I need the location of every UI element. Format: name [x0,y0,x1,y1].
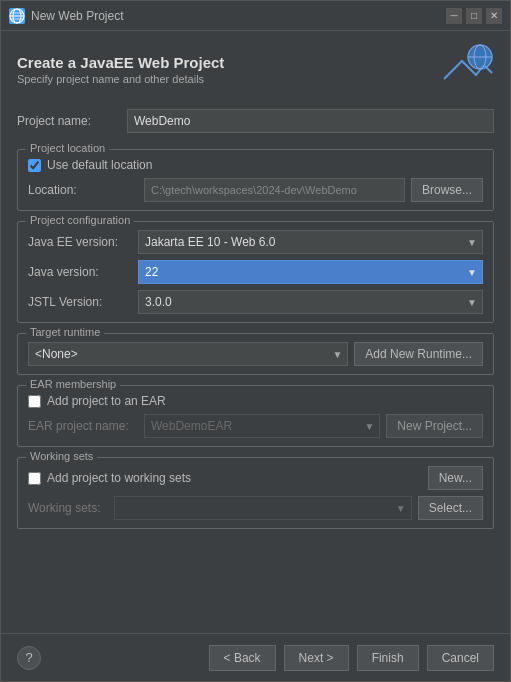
dialog-header: Create a JavaEE Web Project Specify proj… [17,43,494,95]
window-title: New Web Project [31,9,446,23]
cancel-button[interactable]: Cancel [427,645,494,671]
ear-name-select-wrapper: WebDemoEAR ▼ [144,414,380,438]
next-button[interactable]: Next > [284,645,349,671]
main-window: New Web Project ─ □ ✕ Create a JavaEE We… [0,0,511,682]
runtime-row: <None> ▼ Add New Runtime... [28,342,483,366]
use-default-location-row: Use default location [28,158,483,172]
maximize-button[interactable]: □ [466,8,482,24]
jstl-version-row: JSTL Version: 3.0.0 2.0.0 1.2 ▼ [28,290,483,314]
ear-name-select[interactable]: WebDemoEAR [144,414,380,438]
help-button[interactable]: ? [17,646,41,670]
project-configuration-group: Project configuration Java EE version: J… [17,221,494,323]
jstl-select[interactable]: 3.0.0 2.0.0 1.2 [138,290,483,314]
project-location-group: Project location Use default location Lo… [17,149,494,211]
add-to-ear-checkbox[interactable] [28,395,41,408]
project-configuration-label: Project configuration [26,214,134,226]
project-name-input[interactable] [127,109,494,133]
new-project-button[interactable]: New Project... [386,414,483,438]
dialog-main-title: Create a JavaEE Web Project [17,54,224,71]
finish-button[interactable]: Finish [357,645,419,671]
location-label: Location: [28,183,138,197]
use-default-checkbox[interactable] [28,159,41,172]
add-to-ws-label[interactable]: Add project to working sets [47,471,191,485]
dialog-sub-title: Specify project name and other details [17,73,224,85]
jstl-label: JSTL Version: [28,295,138,309]
ws-select-wrapper: ▼ [114,496,412,520]
ear-membership-label: EAR membership [26,378,120,390]
working-sets-group: Working sets Add project to working sets… [17,457,494,529]
project-name-row: Project name: [17,109,494,133]
back-button[interactable]: < Back [209,645,276,671]
location-row: Location: Browse... [28,178,483,202]
window-controls: ─ □ ✕ [446,8,502,24]
ear-name-label: EAR project name: [28,419,138,433]
select-working-sets-button[interactable]: Select... [418,496,483,520]
java-ee-version-row: Java EE version: Jakarta EE 10 - Web 6.0… [28,230,483,254]
add-to-working-sets-checkbox[interactable] [28,472,41,485]
ws-label: Working sets: [28,501,108,515]
minimize-button[interactable]: ─ [446,8,462,24]
browse-button[interactable]: Browse... [411,178,483,202]
working-sets-select-row: Working sets: ▼ Select... [28,496,483,520]
close-button[interactable]: ✕ [486,8,502,24]
add-to-ear-label[interactable]: Add project to an EAR [47,394,166,408]
location-input[interactable] [144,178,405,202]
java-ee-select[interactable]: Jakarta EE 10 - Web 6.0 Jakarta EE 9 - W… [138,230,483,254]
java-version-label: Java version: [28,265,138,279]
runtime-select-wrapper: <None> ▼ [28,342,348,366]
project-name-label: Project name: [17,114,127,128]
add-to-ear-row: Add project to an EAR [28,394,483,408]
project-icon [442,43,494,95]
dialog-content: Create a JavaEE Web Project Specify proj… [1,31,510,633]
jstl-select-wrapper: 3.0.0 2.0.0 1.2 ▼ [138,290,483,314]
new-working-set-button[interactable]: New... [428,466,483,490]
java-version-row: Java version: 22 21 17 ▼ [28,260,483,284]
add-to-ws-row: Add project to working sets [28,471,191,485]
target-runtime-group: Target runtime <None> ▼ Add New Runtime.… [17,333,494,375]
project-location-label: Project location [26,142,109,154]
java-version-select-wrapper: 22 21 17 ▼ [138,260,483,284]
target-runtime-label: Target runtime [26,326,104,338]
use-default-label[interactable]: Use default location [47,158,152,172]
window-icon [9,8,25,24]
add-runtime-button[interactable]: Add New Runtime... [354,342,483,366]
java-ee-select-wrapper: Jakarta EE 10 - Web 6.0 Jakarta EE 9 - W… [138,230,483,254]
working-sets-label: Working sets [26,450,97,462]
java-ee-label: Java EE version: [28,235,138,249]
ear-membership-group: EAR membership Add project to an EAR EAR… [17,385,494,447]
dialog-footer: ? < Back Next > Finish Cancel [1,633,510,681]
title-bar: New Web Project ─ □ ✕ [1,1,510,31]
ws-select[interactable] [114,496,412,520]
runtime-select[interactable]: <None> [28,342,348,366]
ear-name-row: EAR project name: WebDemoEAR ▼ New Proje… [28,414,483,438]
java-version-select[interactable]: 22 21 17 [138,260,483,284]
